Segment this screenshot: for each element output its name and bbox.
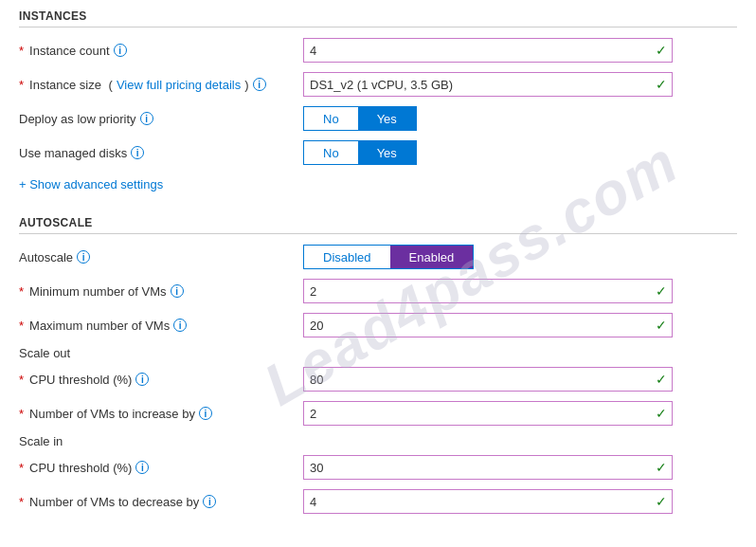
instance-size-input[interactable] — [303, 72, 673, 97]
required-star4: * — [19, 319, 24, 333]
instance-count-input[interactable] — [303, 38, 673, 63]
vms-increase-info-icon[interactable]: i — [199, 407, 212, 420]
min-vms-text: Minimum number of VMs — [29, 284, 166, 299]
managed-disks-control: No Yes — [303, 140, 737, 165]
min-vms-input[interactable] — [303, 279, 673, 303]
required-star7: * — [19, 461, 24, 475]
managed-disks-no-button[interactable]: No — [304, 141, 358, 164]
vms-increase-label: * Number of VMs to increase by i — [19, 407, 303, 421]
deploy-low-priority-toggle: No Yes — [303, 106, 417, 131]
autoscale-text: Autoscale — [19, 250, 73, 264]
min-vms-row: * Minimum number of VMs i ✓ — [19, 278, 737, 304]
instance-size-label: * Instance size (View full pricing detai… — [19, 78, 303, 92]
deploy-low-priority-label: Deploy as low priority i — [19, 112, 303, 126]
scale-out-cpu-input-wrapper: ✓ — [303, 367, 673, 392]
view-pricing-close: ) — [244, 78, 248, 92]
deploy-low-priority-row: Deploy as low priority i No Yes — [19, 105, 737, 132]
scale-out-cpu-checkmark: ✓ — [656, 372, 667, 387]
instance-count-checkmark: ✓ — [656, 43, 667, 58]
max-vms-control: ✓ — [303, 313, 737, 337]
deploy-yes-button[interactable]: Yes — [358, 107, 416, 130]
scale-out-cpu-input[interactable] — [303, 367, 673, 392]
max-vms-label: * Maximum number of VMs i — [19, 319, 303, 333]
autoscale-row: Autoscale i Disabled Enabled — [19, 244, 737, 270]
instance-size-input-wrapper: ✓ — [303, 72, 673, 97]
max-vms-checkmark: ✓ — [656, 318, 667, 333]
autoscale-info-icon[interactable]: i — [77, 250, 90, 264]
min-vms-info-icon[interactable]: i — [171, 284, 184, 298]
instance-count-text: Instance count — [29, 44, 110, 58]
max-vms-row: * Maximum number of VMs i ✓ — [19, 312, 737, 338]
show-advanced-link[interactable]: + Show advanced settings — [19, 177, 163, 191]
scale-in-header: Scale in — [19, 434, 737, 448]
deploy-low-priority-control: No Yes — [303, 106, 737, 131]
autoscale-section: AUTOSCALE Autoscale i Disabled Enabled *… — [19, 216, 737, 515]
vms-decrease-input-wrapper: ✓ — [303, 489, 673, 514]
scale-in-cpu-checkmark: ✓ — [656, 460, 667, 475]
autoscale-label: Autoscale i — [19, 250, 303, 264]
scale-in-cpu-input[interactable] — [303, 455, 673, 480]
instance-size-checkmark: ✓ — [656, 77, 667, 92]
instance-count-input-wrapper: ✓ — [303, 38, 673, 63]
scale-in-cpu-label: * CPU threshold (%) i — [19, 461, 303, 475]
required-star6: * — [19, 407, 24, 421]
vms-increase-checkmark: ✓ — [656, 406, 667, 421]
deploy-low-priority-text: Deploy as low priority — [19, 112, 136, 126]
vms-decrease-checkmark: ✓ — [656, 494, 667, 509]
scale-out-cpu-info-icon[interactable]: i — [135, 373, 149, 386]
instance-count-row: * Instance count i ✓ — [19, 37, 737, 64]
vms-increase-input-wrapper: ✓ — [303, 401, 673, 426]
autoscale-toggle: Disabled Enabled — [303, 245, 474, 269]
scale-in-cpu-text: CPU threshold (%) — [29, 461, 132, 475]
view-pricing-link[interactable]: View full pricing details — [117, 78, 241, 92]
autoscale-enabled-button[interactable]: Enabled — [390, 246, 474, 268]
instance-count-label: * Instance count i — [19, 44, 303, 58]
instances-section: INSTANCES * Instance count i ✓ * Instanc… — [19, 9, 737, 203]
instance-size-row: * Instance size (View full pricing detai… — [19, 71, 737, 98]
required-star: * — [19, 44, 24, 58]
instance-size-control: ✓ — [303, 72, 737, 97]
instance-count-control: ✓ — [303, 38, 737, 63]
required-star2: * — [19, 78, 24, 92]
vms-increase-input[interactable] — [303, 401, 673, 426]
scale-in-cpu-row: * CPU threshold (%) i ✓ — [19, 454, 737, 481]
scale-in-cpu-info-icon[interactable]: i — [135, 461, 149, 474]
max-vms-input[interactable] — [303, 313, 673, 337]
managed-disks-label: Use managed disks i — [19, 146, 303, 160]
scale-out-cpu-label: * CPU threshold (%) i — [19, 373, 303, 387]
vms-decrease-input[interactable] — [303, 489, 673, 514]
vms-decrease-control: ✓ — [303, 489, 737, 514]
managed-disks-info-icon[interactable]: i — [131, 146, 144, 159]
deploy-low-priority-info-icon[interactable]: i — [140, 112, 153, 125]
scale-out-cpu-row: * CPU threshold (%) i ✓ — [19, 366, 737, 392]
scale-out-cpu-text: CPU threshold (%) — [29, 373, 132, 387]
min-vms-checkmark: ✓ — [656, 283, 667, 299]
instance-size-text: Instance size — [29, 78, 101, 92]
min-vms-label: * Minimum number of VMs i — [19, 284, 303, 299]
required-star3: * — [19, 284, 24, 299]
scale-in-cpu-control: ✓ — [303, 455, 737, 480]
required-star8: * — [19, 495, 24, 509]
vms-decrease-row: * Number of VMs to decrease by i ✓ — [19, 488, 737, 515]
deploy-no-button[interactable]: No — [304, 107, 358, 130]
max-vms-info-icon[interactable]: i — [173, 319, 187, 332]
scale-out-header: Scale out — [19, 346, 737, 360]
managed-disks-text: Use managed disks — [19, 146, 127, 160]
instance-count-info-icon[interactable]: i — [114, 44, 127, 57]
vms-increase-control: ✓ — [303, 401, 737, 426]
vms-decrease-text: Number of VMs to decrease by — [29, 495, 199, 509]
autoscale-disabled-button[interactable]: Disabled — [304, 246, 390, 268]
instances-header: INSTANCES — [19, 9, 737, 27]
managed-disks-yes-button[interactable]: Yes — [358, 141, 416, 164]
max-vms-text: Maximum number of VMs — [29, 319, 170, 333]
scale-out-cpu-control: ✓ — [303, 367, 737, 392]
instance-size-info-icon[interactable]: i — [253, 78, 266, 91]
vms-increase-text: Number of VMs to increase by — [29, 407, 195, 421]
vms-increase-row: * Number of VMs to increase by i ✓ — [19, 400, 737, 427]
autoscale-header: AUTOSCALE — [19, 216, 737, 234]
vms-decrease-info-icon[interactable]: i — [203, 495, 216, 508]
view-pricing-spacer: ( — [105, 78, 113, 92]
required-star5: * — [19, 373, 24, 387]
managed-disks-row: Use managed disks i No Yes — [19, 139, 737, 166]
vms-decrease-label: * Number of VMs to decrease by i — [19, 495, 303, 509]
